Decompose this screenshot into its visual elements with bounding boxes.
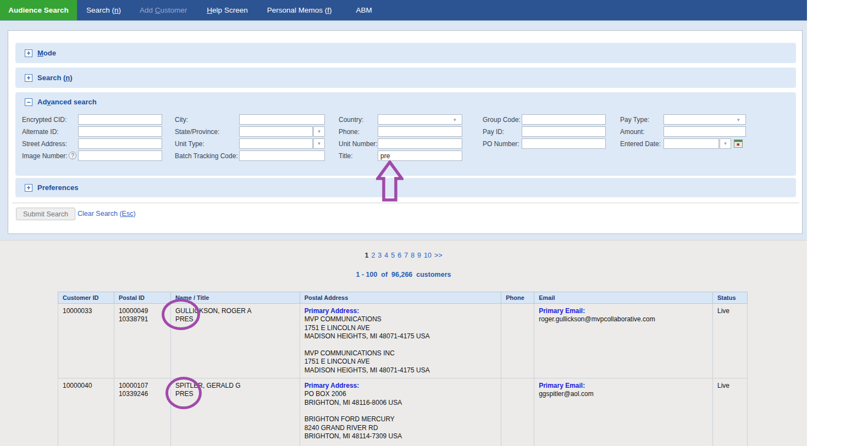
po-number-input[interactable] — [522, 138, 606, 149]
encrypted-cid-label: Encrypted CID: — [22, 116, 67, 124]
panel-advanced-title[interactable]: Advanced search — [37, 98, 97, 106]
image-number-input[interactable] — [78, 150, 162, 161]
collapse-icon[interactable]: − — [25, 98, 32, 106]
state-province-label: State/Province: — [175, 128, 219, 136]
pagination: 12345678910>> — [0, 252, 807, 259]
page-link-3[interactable]: 3 — [378, 252, 382, 259]
batch-tracking-code-input[interactable] — [239, 150, 325, 161]
city-input[interactable] — [239, 114, 325, 125]
col-customer-id: Customer ID — [58, 292, 114, 304]
po-number-label: PO Number: — [483, 140, 519, 148]
panel-preferences: + Preferences — [15, 178, 796, 197]
panel-mode: + Mode — [15, 43, 796, 63]
status-cell: Live — [712, 304, 747, 378]
country-select[interactable] — [378, 114, 462, 125]
tab-help-screen[interactable]: Help Screen — [206, 0, 248, 20]
customer-name: SPITLER, GERALD G — [175, 382, 295, 390]
help-icon[interactable]: ? — [69, 152, 76, 159]
image-number-label: Image Number: — [22, 152, 68, 160]
page-link-6[interactable]: 6 — [397, 252, 401, 259]
group-code-input[interactable] — [522, 114, 606, 125]
title-input[interactable] — [378, 150, 462, 161]
email-cell: Primary Email: ggspitler@aol.com — [534, 378, 713, 446]
amount-label: Amount: — [620, 128, 645, 136]
top-navbar: Audience Search Search (n) Add Customer … — [0, 0, 807, 21]
clear-search-link[interactable]: Clear Search (Esc) — [78, 210, 136, 218]
state-province-dropdown-icon[interactable]: ▾ — [313, 126, 325, 137]
pay-type-select[interactable] — [664, 114, 746, 125]
col-email: Email — [534, 292, 713, 304]
name-title-cell: SPITLER, GERALD G PRES — [170, 378, 300, 446]
street-address-input[interactable] — [78, 138, 162, 149]
postal-address-cell: Primary Address: MVP COMMUNICATIONS 1751… — [300, 304, 501, 378]
panel-preferences-title[interactable]: Preferences — [37, 183, 78, 192]
col-status: Status — [712, 292, 747, 304]
col-postal-address: Postal Address — [300, 292, 501, 304]
entered-date-input[interactable] — [664, 138, 719, 149]
customer-title: PRES — [175, 315, 295, 324]
postal-id-cell: 10000049 10338791 — [114, 304, 170, 378]
page-link-4[interactable]: 4 — [384, 252, 388, 259]
customer-id-cell: 10000040 — [58, 378, 114, 446]
panel-mode-title[interactable]: Mode — [37, 49, 56, 57]
primary-address-label: Primary Address: — [305, 307, 497, 315]
panel-search: + Search (n) — [15, 68, 796, 88]
unit-number-input[interactable] — [378, 138, 462, 149]
page-current: 1 — [364, 252, 368, 259]
postal-address-cell: Primary Address: PO BOX 2006 BRIGHTON, M… — [300, 378, 501, 446]
address-lines: MVP COMMUNICATIONS 1751 E LINCOLN AVE MA… — [305, 315, 497, 375]
phone-cell — [501, 378, 534, 446]
customer-name: GULLICKSON, ROGER A — [175, 307, 295, 315]
page-link-10[interactable]: 10 — [424, 252, 432, 259]
pay-id-input[interactable] — [522, 126, 606, 137]
street-address-label: Street Address: — [22, 140, 67, 148]
table-header-row: Customer ID Postal ID Name / Title Posta… — [58, 292, 748, 304]
page-link-7[interactable]: 7 — [404, 252, 408, 259]
page-link-9[interactable]: 9 — [417, 252, 421, 259]
country-label: Country: — [339, 116, 363, 124]
status-cell: Live — [712, 378, 747, 446]
expand-icon[interactable]: + — [25, 184, 32, 192]
email-address: roger.gullickson@mvpcollaborative.com — [539, 315, 708, 324]
tab-audience-search[interactable]: Audience Search — [0, 0, 77, 20]
col-phone: Phone — [501, 292, 534, 304]
title-label: Title: — [339, 152, 353, 160]
expand-icon[interactable]: + — [25, 74, 32, 82]
unit-type-dropdown-icon[interactable]: ▾ — [313, 138, 325, 149]
primary-email-label: Primary Email: — [539, 307, 708, 315]
col-name-title: Name / Title — [170, 292, 300, 304]
col-postal-id: Postal ID — [114, 292, 170, 304]
calendar-icon[interactable] — [734, 140, 743, 150]
entered-date-label: Entered Date: — [620, 140, 661, 148]
page-link-5[interactable]: 5 — [391, 252, 395, 259]
panel-advanced-search: − Advanced search Encrypted CID: Alterna… — [15, 92, 796, 176]
state-province-input[interactable] — [239, 126, 313, 137]
unit-type-input[interactable] — [239, 138, 313, 149]
table-row: 10000040 10000107 10339246 SPITLER, GERA… — [58, 378, 748, 446]
page-link-2[interactable]: 2 — [371, 252, 375, 259]
customer-title: PRES — [175, 390, 295, 398]
expand-icon[interactable]: + — [25, 49, 32, 57]
tab-search[interactable]: Search (n) — [85, 0, 122, 20]
tab-abm[interactable]: ABM — [355, 0, 373, 20]
alternate-id-label: Alternate ID: — [22, 128, 59, 136]
alternate-id-input[interactable] — [78, 126, 162, 137]
page-link-8[interactable]: 8 — [411, 252, 414, 259]
unit-type-label: Unit Type: — [175, 140, 204, 148]
entered-date-dropdown-icon[interactable]: ▾ — [720, 138, 731, 149]
pay-type-label: Pay Type: — [620, 116, 649, 124]
submit-search-button[interactable]: Submit Search — [16, 208, 75, 220]
encrypted-cid-input[interactable] — [78, 114, 162, 125]
phone-input[interactable] — [378, 126, 462, 137]
panel-search-title[interactable]: Search (n) — [37, 74, 73, 82]
tab-personal-memos[interactable]: Personal Memos (f) — [266, 0, 333, 20]
email-cell: Primary Email: roger.gullickson@mvpcolla… — [534, 304, 713, 378]
amount-input[interactable] — [664, 126, 746, 137]
divider — [12, 203, 799, 203]
name-title-cell: GULLICKSON, ROGER A PRES — [170, 304, 300, 378]
email-address: ggspitler@aol.com — [539, 390, 708, 398]
tab-add-customer[interactable]: Add Customer — [139, 0, 188, 20]
address-lines: PO BOX 2006 BRIGHTON, MI 48116-8006 USA … — [305, 390, 497, 441]
page-next-link[interactable]: >> — [434, 252, 443, 259]
pay-id-label: Pay ID: — [483, 128, 504, 136]
